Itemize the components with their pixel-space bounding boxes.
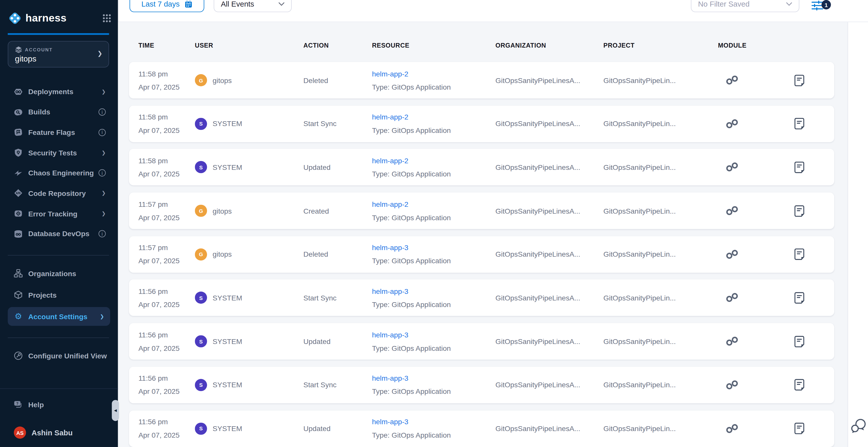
chevron-right-icon: ❯ bbox=[97, 50, 102, 57]
row-project: GitOpsSanityPipeLin... bbox=[603, 76, 676, 85]
table-row[interactable]: 11:56 pm Apr 07, 2025 S SYSTEM Start Syn… bbox=[129, 280, 834, 316]
sidebar-item-chaos-engineering[interactable]: Chaos Engineering i bbox=[0, 163, 118, 183]
resource-link[interactable]: helm-app-3 bbox=[372, 374, 495, 382]
sidebar-item-configure-unified-view[interactable]: Configure Unified View bbox=[8, 346, 110, 365]
table-row[interactable]: 11:56 pm Apr 07, 2025 S SYSTEM Updated h… bbox=[129, 323, 834, 360]
info-icon[interactable]: i bbox=[98, 230, 105, 237]
user-avatar: G bbox=[195, 205, 207, 217]
note-icon[interactable] bbox=[794, 161, 804, 173]
database-icon bbox=[14, 229, 23, 238]
table-row[interactable]: 11:58 pm Apr 07, 2025 S SYSTEM Start Syn… bbox=[129, 105, 834, 142]
organization-cell: GitOpsSanityPipeLinesA... bbox=[495, 76, 603, 85]
resource-link[interactable]: helm-app-2 bbox=[372, 156, 495, 165]
event-type-value: All Events bbox=[221, 0, 254, 8]
resource-link[interactable]: helm-app-2 bbox=[372, 113, 495, 121]
resource-link[interactable]: helm-app-3 bbox=[372, 330, 495, 339]
sidebar-item-help[interactable]: ? Help bbox=[14, 395, 44, 414]
event-type-select[interactable]: All Events bbox=[214, 0, 292, 12]
row-action: Deleted bbox=[304, 76, 328, 85]
row-organization: GitOpsSanityPipeLinesA... bbox=[495, 424, 580, 433]
help-chat-icon: ? bbox=[14, 400, 23, 409]
account-label: ACCOUNT bbox=[25, 47, 53, 53]
row-time: 11:56 pm bbox=[138, 374, 195, 382]
module-cell bbox=[718, 118, 834, 130]
table-row[interactable]: 11:57 pm Apr 07, 2025 G gitops Created h… bbox=[129, 193, 834, 229]
note-icon[interactable] bbox=[794, 336, 804, 347]
action-cell: Deleted bbox=[304, 76, 372, 85]
sidebar-item-deployments[interactable]: Deployments ❯ bbox=[0, 82, 118, 102]
project-cell: GitOpsSanityPipeLin... bbox=[603, 163, 718, 171]
support-chat-icon[interactable] bbox=[850, 418, 867, 436]
row-date: Apr 07, 2025 bbox=[138, 126, 195, 135]
cd-infinity-icon bbox=[724, 205, 740, 217]
table-row[interactable]: 11:56 pm Apr 07, 2025 S SYSTEM Updated h… bbox=[129, 410, 834, 447]
user-cell: S SYSTEM bbox=[195, 422, 303, 435]
date-range-button[interactable]: Last 7 days bbox=[129, 0, 204, 12]
row-organization: GitOpsSanityPipeLinesA... bbox=[495, 381, 580, 389]
table-row[interactable]: 11:58 pm Apr 07, 2025 G gitops Deleted h… bbox=[129, 62, 834, 98]
note-icon[interactable] bbox=[794, 423, 804, 434]
info-icon[interactable]: i bbox=[98, 108, 105, 116]
module-cell bbox=[718, 292, 834, 304]
info-icon[interactable]: i bbox=[98, 129, 105, 136]
table-row[interactable]: 11:57 pm Apr 07, 2025 G gitops Deleted h… bbox=[129, 236, 834, 273]
note-icon[interactable] bbox=[794, 292, 804, 304]
time-cell: 11:57 pm Apr 07, 2025 bbox=[138, 244, 195, 265]
note-icon[interactable] bbox=[794, 249, 804, 260]
table-row[interactable]: 11:58 pm Apr 07, 2025 S SYSTEM Updated h… bbox=[129, 149, 834, 186]
table-row[interactable]: 11:56 pm Apr 07, 2025 S SYSTEM Start Syn… bbox=[129, 367, 834, 403]
sidebar-item-label: Database DevOps bbox=[28, 230, 89, 238]
chevron-left-icon: ◀ bbox=[114, 408, 117, 413]
account-selector[interactable]: ACCOUNT gitops ❯ bbox=[8, 41, 109, 68]
resource-link[interactable]: helm-app-2 bbox=[372, 200, 495, 208]
sidebar-item-feature-flags[interactable]: Feature Flags i bbox=[0, 122, 118, 142]
sidebar-item-projects[interactable]: Projects bbox=[8, 286, 110, 304]
row-date: Apr 07, 2025 bbox=[138, 83, 195, 91]
row-organization: GitOpsSanityPipeLinesA... bbox=[495, 250, 580, 258]
module-cell bbox=[718, 161, 834, 173]
resource-link[interactable]: helm-app-2 bbox=[372, 69, 495, 78]
saved-filter-select[interactable]: No Filter Saved bbox=[691, 0, 799, 12]
sidebar-item-organizations[interactable]: Organizations bbox=[8, 264, 110, 283]
user-avatar: S bbox=[195, 379, 207, 391]
calendar-icon bbox=[184, 0, 192, 8]
time-cell: 11:58 pm Apr 07, 2025 bbox=[138, 113, 195, 134]
sidebar-item-security-tests[interactable]: Security Tests ❯ bbox=[0, 142, 118, 163]
user-cell: S SYSTEM bbox=[195, 379, 303, 391]
sidebar-item-builds[interactable]: Builds i bbox=[0, 102, 118, 122]
sidebar-item-label: Feature Flags bbox=[28, 128, 75, 137]
organization-cell: GitOpsSanityPipeLinesA... bbox=[495, 294, 603, 302]
column-header-organization: ORGANIZATION bbox=[495, 42, 603, 49]
organization-cell: GitOpsSanityPipeLinesA... bbox=[495, 163, 603, 171]
resource-type: Type: GitOps Application bbox=[372, 344, 495, 352]
row-time: 11:57 pm bbox=[138, 200, 195, 208]
row-project: GitOpsSanityPipeLin... bbox=[603, 424, 676, 433]
resource-link[interactable]: helm-app-3 bbox=[372, 418, 495, 426]
row-user: gitops bbox=[213, 206, 232, 215]
sidebar-item-database-devops[interactable]: Database DevOps i bbox=[0, 224, 118, 244]
user-cell: G gitops bbox=[195, 74, 303, 86]
note-icon[interactable] bbox=[794, 379, 804, 391]
nine-dot-grid-icon[interactable] bbox=[102, 14, 111, 23]
sidebar-item-label: Organizations bbox=[28, 269, 76, 278]
sidebar-item-error-tracking[interactable]: Error Tracking ❯ bbox=[0, 203, 118, 224]
user-cell: G gitops bbox=[195, 248, 303, 260]
row-time: 11:58 pm bbox=[138, 113, 195, 121]
info-icon[interactable]: i bbox=[98, 169, 105, 177]
resource-type: Type: GitOps Application bbox=[372, 213, 495, 222]
chevron-right-icon: ❯ bbox=[101, 191, 105, 196]
chevron-right-icon: ❯ bbox=[100, 314, 104, 319]
date-range-label: Last 7 days bbox=[141, 0, 180, 8]
note-icon[interactable] bbox=[794, 74, 804, 86]
filter-count-badge: 1 bbox=[822, 0, 831, 9]
sidebar-item-account-settings[interactable]: ⚙ Account Settings ❯ bbox=[8, 307, 110, 326]
resource-link[interactable]: helm-app-3 bbox=[372, 287, 495, 295]
user-menu[interactable]: AS Ashin Sabu bbox=[14, 423, 73, 442]
resource-link[interactable]: helm-app-3 bbox=[372, 244, 495, 252]
note-icon[interactable] bbox=[794, 118, 804, 130]
sidebar-collapse-handle[interactable]: ◀ bbox=[112, 400, 119, 421]
organization-cell: GitOpsSanityPipeLinesA... bbox=[495, 337, 603, 346]
row-action: Start Sync bbox=[304, 294, 337, 302]
note-icon[interactable] bbox=[794, 205, 804, 217]
sidebar-item-code-repository[interactable]: Code Repository ❯ bbox=[0, 183, 118, 203]
